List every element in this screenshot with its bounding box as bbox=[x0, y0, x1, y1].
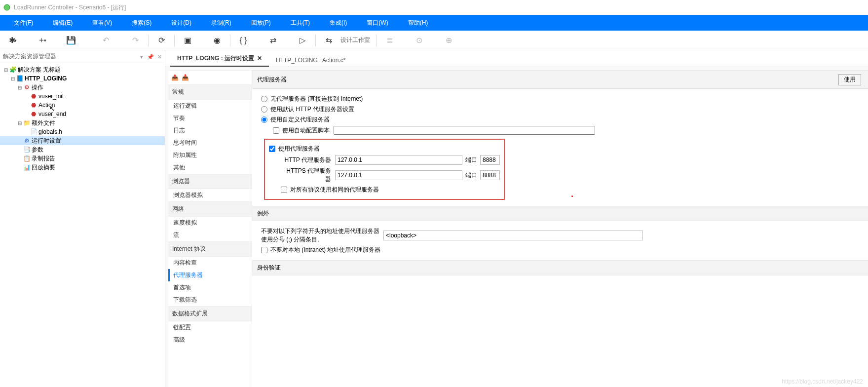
tree-replay-summary[interactable]: 📊回放摘要 bbox=[0, 163, 165, 172]
nav-think-time[interactable]: 思考时间 bbox=[168, 137, 252, 149]
new-button[interactable]: ✱▾ bbox=[5, 34, 19, 47]
nav-proxy-server[interactable]: 代理服务器 bbox=[168, 269, 252, 281]
close-tab-icon[interactable]: ✕ bbox=[257, 55, 262, 62]
http-port-input[interactable] bbox=[480, 155, 500, 165]
menu-file[interactable]: 文件(F) bbox=[4, 15, 43, 31]
tab-runtime-settings[interactable]: HTTP_LOGING : 运行时设置✕ bbox=[170, 50, 269, 67]
export-icon[interactable]: 📤 bbox=[171, 74, 179, 81]
window-title: LoadRunner Controller - Scenario6 - [运行] bbox=[14, 3, 126, 12]
nav-streaming[interactable]: 流 bbox=[168, 229, 252, 241]
nav-group-internet: Internet 协议 bbox=[168, 241, 252, 257]
nav-pacing[interactable]: 节奏 bbox=[168, 112, 252, 124]
tree-vuser-init[interactable]: ⬣vuser_init bbox=[0, 92, 165, 101]
nav-content-check[interactable]: 内容检查 bbox=[168, 257, 252, 269]
solution-tree: ⊟🧩解决方案 无标题 ⊟📘HTTP_LOGING ⊟⚙操作 ⬣vuser_ini… bbox=[0, 63, 165, 174]
tree-operations[interactable]: ⊟⚙操作 bbox=[0, 83, 165, 92]
toolbar: ✱▾ ＋▾ 💾▾ ↶ ↷ ⟳ ▣ ◉ { } ⇄ ▷ ⇆ 设计工作室 ≣ ⊙ ⊕ bbox=[0, 31, 868, 50]
tree-vuser-end[interactable]: ⬣vuser_end bbox=[0, 110, 165, 118]
menu-edit[interactable]: 编辑(E) bbox=[43, 15, 82, 31]
menu-integrate[interactable]: 集成(I) bbox=[320, 15, 357, 31]
title-bar: LoadRunner Controller - Scenario6 - [运行] bbox=[0, 0, 868, 15]
https-host-input[interactable] bbox=[335, 170, 462, 180]
tree-runtime-settings[interactable]: ⚙运行时设置 bbox=[0, 136, 165, 145]
save-button[interactable]: 💾▾ bbox=[64, 34, 78, 47]
add-button[interactable]: ＋▾ bbox=[35, 34, 48, 47]
app-icon bbox=[3, 3, 11, 11]
exceptions-section-title: 例外 bbox=[257, 209, 269, 218]
nav-group-data-format: 数据格式扩展 bbox=[168, 306, 252, 321]
design-studio-label[interactable]: 设计工作室 bbox=[340, 36, 370, 44]
chk-auto-script[interactable] bbox=[273, 127, 279, 134]
chk-use-proxy[interactable] bbox=[269, 146, 275, 152]
settings-nav: 📤 📥 常规 运行逻辑 节奏 日志 思考时间 附加属性 其他 浏览器 浏览器模拟… bbox=[168, 71, 252, 387]
chk-no-intranet[interactable] bbox=[261, 247, 267, 253]
proxy-highlight-box: 使用代理服务器 HTTP 代理服务器 端口 HTTPS 代理服务器 端口 bbox=[264, 139, 505, 200]
nav-group-browser: 浏览器 bbox=[168, 174, 252, 189]
svg-point-0 bbox=[4, 4, 10, 10]
nav-run-logic[interactable]: 运行逻辑 bbox=[168, 100, 252, 112]
menu-record[interactable]: 录制(R) bbox=[201, 15, 241, 31]
auto-script-input[interactable] bbox=[334, 126, 595, 135]
tree-solution[interactable]: ⊟🧩解决方案 无标题 bbox=[0, 65, 165, 74]
settings-content: 代理服务器 使用 无代理服务器 (直接连接到 Internet) 使用默认 HT… bbox=[252, 71, 868, 387]
auth-section-title: 身份验证 bbox=[257, 264, 281, 272]
nav-group-general: 常规 bbox=[168, 84, 252, 100]
import-icon[interactable]: 📥 bbox=[182, 74, 189, 81]
tree-globals[interactable]: 📄globals.h bbox=[0, 127, 165, 136]
menu-search[interactable]: 搜索(S) bbox=[122, 15, 161, 31]
nav-chain-config[interactable]: 链配置 bbox=[168, 321, 252, 334]
menu-bar: 文件(F) 编辑(E) 查看(V) 搜索(S) 设计(D) 录制(R) 回放(P… bbox=[0, 15, 868, 31]
nav-group-network: 网络 bbox=[168, 201, 252, 217]
red-marker bbox=[571, 195, 573, 197]
use-button[interactable]: 使用 bbox=[838, 74, 861, 85]
step-button[interactable]: ▣ bbox=[181, 34, 194, 47]
nav-misc[interactable]: 其他 bbox=[168, 161, 252, 174]
radio-no-proxy[interactable] bbox=[261, 96, 267, 102]
close-panel-icon[interactable]: ✕ bbox=[157, 54, 162, 60]
undo-button[interactable]: ↶ bbox=[99, 34, 113, 47]
radio-custom-proxy[interactable] bbox=[261, 116, 267, 123]
menu-view[interactable]: 查看(V) bbox=[82, 15, 122, 31]
tree-project[interactable]: ⊟📘HTTP_LOGING bbox=[0, 74, 165, 83]
proxy-section-title: 代理服务器 bbox=[257, 76, 287, 84]
editor-tabs: HTTP_LOGING : 运行时设置✕ HTTP_LOGING : Actio… bbox=[165, 50, 868, 67]
record-button[interactable]: ◉ bbox=[210, 34, 224, 47]
tab-action-c[interactable]: HTTP_LOGING : Action.c* bbox=[269, 53, 352, 67]
solution-explorer-panel: 解决方案资源管理器 ▾ 📌 ✕ ⊟🧩解决方案 无标题 ⊟📘HTTP_LOGING… bbox=[0, 50, 165, 387]
tree-action[interactable]: ⬣Action bbox=[0, 101, 165, 110]
watermark: https://blog.csdn.net/jackey422 bbox=[782, 378, 863, 385]
design-studio-icon[interactable]: ⇆ bbox=[322, 34, 336, 47]
menu-window[interactable]: 窗口(W) bbox=[357, 15, 398, 31]
nav-browser-emu[interactable]: 浏览器模拟 bbox=[168, 189, 252, 201]
play-button[interactable]: ▷ bbox=[296, 34, 309, 47]
nav-advanced[interactable]: 高级 bbox=[168, 334, 252, 346]
flow-button[interactable]: ⇄ bbox=[266, 34, 280, 47]
redo-button[interactable]: ↷ bbox=[128, 34, 142, 47]
refresh-button[interactable]: ⟳ bbox=[154, 34, 168, 47]
nav-additional-attrs[interactable]: 附加属性 bbox=[168, 149, 252, 161]
explorer-title: 解决方案资源管理器 bbox=[3, 52, 56, 61]
menu-tools[interactable]: 工具(T) bbox=[281, 15, 320, 31]
menu-replay[interactable]: 回放(P) bbox=[241, 15, 281, 31]
nav-log[interactable]: 日志 bbox=[168, 124, 252, 137]
menu-help[interactable]: 帮助(H) bbox=[398, 15, 438, 31]
tree-record-report[interactable]: 📋录制报告 bbox=[0, 154, 165, 163]
zoom-reset-button[interactable]: ⊙ bbox=[412, 34, 426, 47]
exceptions-input[interactable] bbox=[383, 231, 643, 240]
nav-speed-emu[interactable]: 速度模拟 bbox=[168, 217, 252, 229]
menu-design[interactable]: 设计(D) bbox=[161, 15, 201, 31]
nav-preferences[interactable]: 首选项 bbox=[168, 281, 252, 294]
chk-same-proxy[interactable] bbox=[281, 187, 287, 193]
https-port-input[interactable] bbox=[480, 170, 500, 180]
indent-button[interactable]: ≣ bbox=[382, 34, 396, 47]
braces-button[interactable]: { } bbox=[236, 34, 250, 47]
http-host-input[interactable] bbox=[335, 155, 462, 165]
dropdown-icon[interactable]: ▾ bbox=[140, 54, 143, 60]
pin-icon[interactable]: 📌 bbox=[147, 54, 154, 60]
radio-default-proxy[interactable] bbox=[261, 106, 267, 113]
tree-params[interactable]: 📑参数 bbox=[0, 145, 165, 154]
zoom-button[interactable]: ⊕ bbox=[442, 34, 455, 47]
nav-download-filter[interactable]: 下载筛选 bbox=[168, 294, 252, 306]
tree-extra-files[interactable]: ⊟📁额外文件 bbox=[0, 118, 165, 127]
